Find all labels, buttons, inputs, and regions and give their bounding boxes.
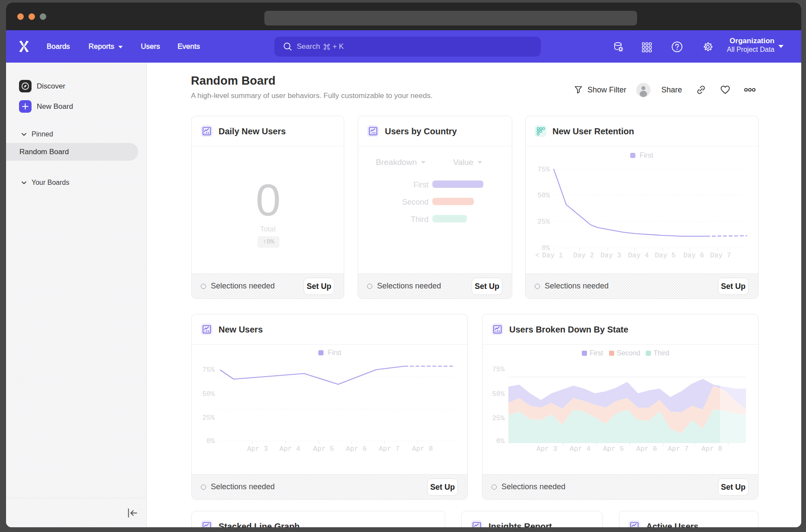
svg-text:Apr 8: Apr 8 (412, 445, 433, 453)
svg-text:Apr 5: Apr 5 (603, 445, 624, 453)
svg-text:Day 3: Day 3 (600, 252, 621, 260)
svg-text:Day 1: Day 1 (542, 252, 563, 260)
svg-text:Day 6: Day 6 (683, 252, 704, 260)
svg-text:0%: 0% (206, 437, 215, 445)
svg-text:Day 5: Day 5 (655, 252, 676, 260)
svg-text:50%: 50% (202, 390, 215, 398)
svg-text:Third: Third (654, 349, 669, 357)
svg-text:Apr 8: Apr 8 (701, 445, 722, 453)
svg-text:Day 7: Day 7 (710, 252, 731, 260)
svg-text:Apr 7: Apr 7 (379, 445, 400, 453)
svg-text:First: First (640, 152, 654, 159)
svg-text:25%: 25% (202, 414, 215, 422)
svg-text:75%: 75% (202, 366, 215, 374)
svg-text:75%: 75% (492, 366, 505, 374)
svg-text:Apr 3: Apr 3 (247, 445, 268, 453)
svg-text:25%: 25% (537, 218, 550, 226)
svg-text:Apr 4: Apr 4 (279, 445, 300, 453)
svg-text:75%: 75% (537, 166, 550, 174)
svg-text:Apr 7: Apr 7 (668, 445, 689, 453)
svg-text:Apr 6: Apr 6 (346, 445, 367, 453)
svg-text:<: < (535, 252, 539, 260)
svg-text:Apr 4: Apr 4 (570, 445, 590, 453)
svg-text:Apr 5: Apr 5 (313, 445, 334, 453)
svg-text:Apr 3: Apr 3 (536, 445, 557, 453)
svg-text:Second: Second (617, 349, 640, 357)
svg-text:50%: 50% (492, 390, 505, 398)
svg-text:25%: 25% (492, 415, 505, 422)
svg-text:Day 2: Day 2 (573, 252, 594, 260)
svg-text:Apr 6: Apr 6 (636, 445, 657, 453)
svg-text:First: First (328, 349, 342, 356)
svg-text:First: First (590, 349, 603, 357)
svg-text:0%: 0% (542, 244, 550, 252)
svg-text:0%: 0% (496, 437, 505, 445)
svg-text:50%: 50% (537, 192, 550, 200)
svg-text:Day 4: Day 4 (628, 252, 649, 260)
